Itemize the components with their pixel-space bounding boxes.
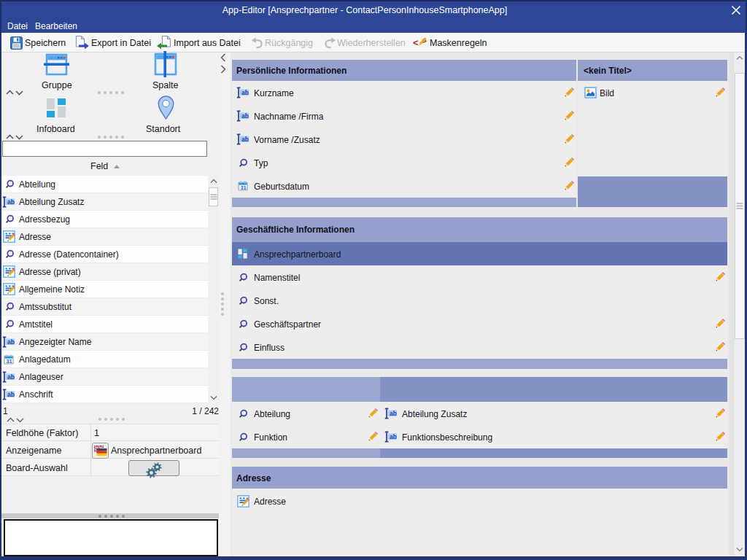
svg-text:ab: ab	[241, 112, 249, 120]
svg-text:ab: ab	[390, 410, 397, 417]
svg-text:ab: ab	[7, 338, 15, 346]
svg-text:31: 31	[240, 184, 246, 191]
svg-text:ab: ab	[241, 136, 249, 143]
svg-text:ab: ab	[390, 433, 397, 440]
svg-text:ab: ab	[7, 198, 15, 206]
svg-text:ab: ab	[7, 391, 15, 398]
svg-text:<: <	[413, 37, 419, 48]
svg-text:ab: ab	[241, 89, 249, 96]
svg-text:ab: ab	[7, 373, 15, 381]
svg-text:31: 31	[6, 358, 12, 365]
